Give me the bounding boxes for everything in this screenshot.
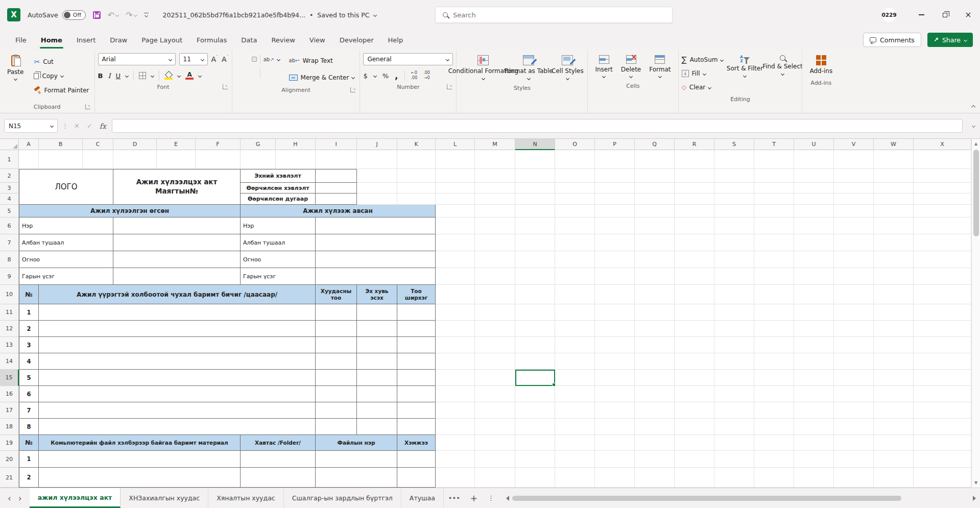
row-header-9[interactable]: 9 <box>0 268 19 285</box>
cell[interactable] <box>794 304 834 321</box>
cell[interactable] <box>794 251 834 268</box>
cell[interactable] <box>675 251 714 268</box>
sheet-options-icon[interactable]: ⋮ <box>483 488 499 508</box>
revision-value[interactable] <box>316 193 357 205</box>
cell[interactable] <box>555 268 595 285</box>
cell[interactable] <box>794 150 834 169</box>
paper-row-number[interactable]: 4 <box>19 353 39 370</box>
percent-button[interactable]: % <box>383 72 389 80</box>
insert-function-button[interactable]: fx <box>98 122 108 130</box>
paper-header-count[interactable]: Тоо ширхэг <box>397 285 436 304</box>
fill-chevron-icon[interactable] <box>703 71 706 75</box>
cell[interactable] <box>555 234 595 251</box>
cell[interactable] <box>436 217 475 234</box>
cell[interactable] <box>714 234 754 251</box>
cell[interactable] <box>113 150 157 169</box>
autosave-toggle[interactable]: AutoSave Off <box>28 10 86 20</box>
cell[interactable] <box>475 451 515 468</box>
cell[interactable] <box>714 169 754 183</box>
cell[interactable] <box>357 193 397 205</box>
cell[interactable] <box>555 251 595 268</box>
cell[interactable] <box>635 234 675 251</box>
row-header-1[interactable]: 1 <box>0 150 19 169</box>
autosave-switch[interactable]: Off <box>62 10 86 20</box>
cell[interactable] <box>874 321 914 337</box>
cell[interactable] <box>515 451 555 468</box>
cell[interactable] <box>675 150 714 169</box>
cell[interactable] <box>794 337 834 353</box>
row-header-20[interactable]: 20 <box>0 451 19 468</box>
cell[interactable] <box>515 217 555 234</box>
name-box[interactable]: N15 <box>4 119 58 133</box>
cell[interactable] <box>595 386 635 402</box>
row-header-5[interactable]: 5 <box>0 205 19 217</box>
font-color-icon[interactable]: A <box>185 71 194 80</box>
cell[interactable] <box>436 251 475 268</box>
paper-row-pages[interactable] <box>316 321 357 337</box>
format-as-table-button[interactable]: Format as Table <box>507 53 551 82</box>
cell[interactable] <box>635 370 675 386</box>
align-center-button[interactable] <box>244 71 249 76</box>
doc-title-cell[interactable]: Ажил хүлээлцэх акт Маягтын№ <box>113 169 241 205</box>
right-banner[interactable]: Ажил хүлээж авсан <box>241 205 436 217</box>
column-header-B[interactable]: B <box>39 139 83 150</box>
insert-cells-button[interactable]: Insert <box>591 53 616 80</box>
ribbon-tab-home[interactable]: Home <box>34 30 69 50</box>
cell[interactable] <box>475 304 515 321</box>
cell[interactable] <box>515 304 555 321</box>
column-header-V[interactable]: V <box>834 139 874 150</box>
cell[interactable] <box>19 150 39 169</box>
cell[interactable] <box>914 435 971 451</box>
cell[interactable] <box>914 419 971 435</box>
cell[interactable] <box>874 205 914 217</box>
quick-access-customize-icon[interactable] <box>144 13 149 17</box>
cell[interactable] <box>754 402 794 419</box>
paper-row-count[interactable] <box>397 402 436 419</box>
cell[interactable] <box>675 468 714 488</box>
sheet-tab[interactable]: Атушаа <box>401 488 444 508</box>
copy-chevron-icon[interactable] <box>60 74 64 78</box>
document-title[interactable]: 202511_062b5bd7f6a1bcb921a0e5fb4b94... •… <box>163 11 376 19</box>
select-all-corner[interactable] <box>0 139 19 150</box>
redo-chevron-icon[interactable] <box>133 13 137 16</box>
cell[interactable] <box>515 435 555 451</box>
cell[interactable] <box>635 251 675 268</box>
paper-row-desc[interactable] <box>39 386 316 402</box>
user-avatar[interactable]: 0229 <box>882 8 896 22</box>
cell[interactable] <box>436 150 475 169</box>
increase-decimal-button[interactable]: ←0 .00 <box>411 70 418 80</box>
cell[interactable] <box>635 268 675 285</box>
column-header-J[interactable]: J <box>357 139 397 150</box>
person-value-right[interactable] <box>316 268 436 285</box>
cell[interactable] <box>675 419 714 435</box>
cell[interactable] <box>436 234 475 251</box>
italic-button[interactable]: I <box>108 72 110 80</box>
cell[interactable] <box>794 234 834 251</box>
cell[interactable] <box>595 268 635 285</box>
cell[interactable] <box>874 353 914 370</box>
row-header-6[interactable]: 6 <box>0 217 19 234</box>
cell[interactable] <box>675 435 714 451</box>
cell[interactable] <box>754 183 794 193</box>
cell[interactable] <box>635 205 675 217</box>
column-header-G[interactable]: G <box>241 139 276 150</box>
cell[interactable] <box>834 468 874 488</box>
cell[interactable] <box>794 370 834 386</box>
column-header-R[interactable]: R <box>675 139 714 150</box>
cell[interactable] <box>714 321 754 337</box>
column-header-I[interactable]: I <box>316 139 357 150</box>
cell[interactable] <box>595 193 635 205</box>
cell[interactable] <box>834 234 874 251</box>
cell[interactable] <box>675 169 714 183</box>
cell[interactable] <box>635 353 675 370</box>
underline-button[interactable]: U <box>116 72 121 80</box>
scroll-up-icon[interactable]: ▲ <box>974 139 977 149</box>
cell[interactable] <box>515 386 555 402</box>
cell[interactable] <box>874 150 914 169</box>
cell[interactable] <box>834 183 874 193</box>
cell[interactable] <box>241 150 276 169</box>
cell[interactable] <box>914 353 971 370</box>
cell[interactable] <box>436 321 475 337</box>
cell[interactable] <box>475 234 515 251</box>
search-input[interactable] <box>453 11 647 19</box>
